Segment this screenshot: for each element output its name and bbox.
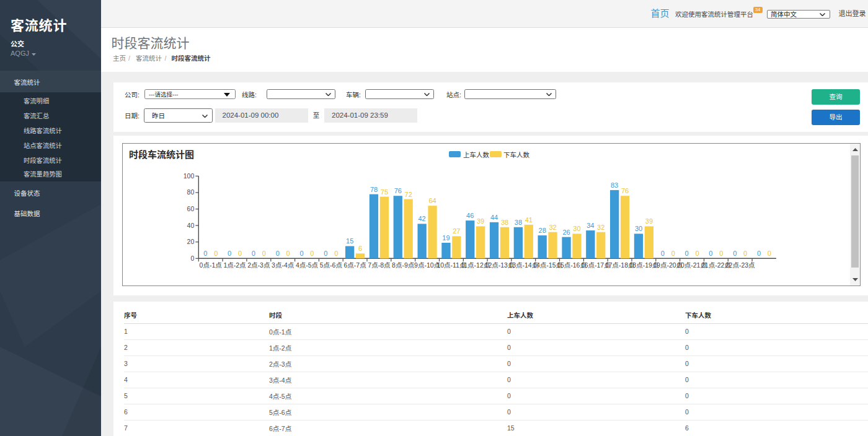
- svg-text:0: 0: [324, 250, 327, 257]
- svg-text:0: 0: [299, 250, 303, 257]
- svg-text:75: 75: [381, 188, 388, 196]
- svg-text:0: 0: [743, 250, 747, 257]
- svg-text:0: 0: [228, 250, 231, 257]
- svg-text:15: 15: [346, 237, 353, 245]
- svg-text:39: 39: [477, 217, 484, 225]
- svg-text:32: 32: [597, 224, 604, 231]
- svg-text:0: 0: [661, 250, 665, 257]
- svg-text:34: 34: [587, 222, 594, 229]
- svg-text:0: 0: [757, 250, 761, 257]
- svg-text:0: 0: [203, 250, 207, 257]
- svg-text:4点-5点: 4点-5点: [296, 261, 318, 269]
- svg-text:76: 76: [621, 187, 629, 194]
- svg-text:0: 0: [276, 250, 280, 257]
- svg-text:0: 0: [286, 250, 290, 257]
- svg-text:0: 0: [719, 250, 723, 257]
- svg-text:76: 76: [394, 187, 402, 194]
- svg-text:0: 0: [238, 250, 242, 257]
- svg-text:27: 27: [453, 227, 460, 235]
- svg-text:0: 0: [334, 250, 338, 257]
- svg-text:72: 72: [405, 191, 412, 198]
- svg-text:6点-7点: 6点-7点: [344, 261, 366, 269]
- svg-text:64: 64: [428, 197, 436, 204]
- svg-text:46: 46: [466, 212, 474, 219]
- svg-text:0: 0: [262, 250, 266, 257]
- svg-text:44: 44: [490, 214, 498, 221]
- svg-text:83: 83: [611, 181, 618, 189]
- svg-text:6: 6: [358, 245, 362, 252]
- svg-text:78: 78: [370, 186, 378, 193]
- svg-text:60: 60: [187, 205, 195, 212]
- svg-text:0: 0: [310, 250, 314, 257]
- svg-text:80: 80: [187, 188, 195, 196]
- svg-text:100: 100: [184, 172, 195, 180]
- svg-text:2点-3点: 2点-3点: [247, 261, 270, 269]
- svg-text:32: 32: [549, 224, 556, 231]
- svg-text:19: 19: [442, 234, 450, 242]
- svg-text:42: 42: [418, 215, 425, 222]
- svg-text:30: 30: [635, 225, 642, 232]
- svg-text:0: 0: [768, 250, 771, 257]
- svg-text:1点-2点: 1点-2点: [223, 261, 246, 269]
- svg-text:0: 0: [190, 255, 194, 262]
- svg-text:0: 0: [671, 250, 675, 257]
- svg-text:38: 38: [515, 219, 522, 226]
- svg-text:22点-23点: 22点-23点: [725, 261, 755, 269]
- svg-text:0: 0: [252, 250, 255, 257]
- svg-text:28: 28: [539, 227, 546, 234]
- svg-text:8点-9点: 8点-9点: [392, 261, 414, 269]
- svg-text:3点-4点: 3点-4点: [272, 261, 294, 269]
- svg-text:0: 0: [214, 250, 218, 257]
- svg-text:40: 40: [187, 222, 195, 229]
- svg-text:30: 30: [573, 225, 580, 232]
- svg-text:26: 26: [562, 229, 570, 236]
- svg-text:5点-6点: 5点-6点: [320, 261, 342, 269]
- svg-text:7点-8点: 7点-8点: [368, 261, 390, 269]
- svg-text:0: 0: [685, 250, 689, 257]
- svg-text:38: 38: [501, 219, 508, 226]
- svg-text:0: 0: [695, 250, 699, 257]
- svg-text:0: 0: [709, 250, 712, 257]
- svg-text:20: 20: [187, 238, 195, 245]
- svg-text:41: 41: [525, 216, 533, 224]
- svg-text:0: 0: [733, 250, 737, 257]
- svg-text:39: 39: [645, 217, 653, 225]
- svg-text:0点-1点: 0点-1点: [200, 261, 222, 269]
